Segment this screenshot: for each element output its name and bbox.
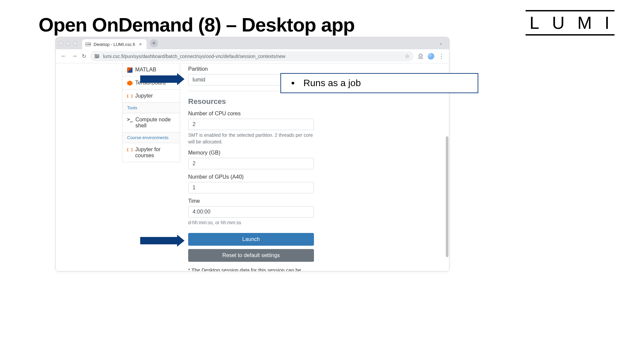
url-text: lumi.csc.fi/pun/sys/dashboard/batch_conn…	[103, 54, 285, 59]
matlab-icon	[127, 67, 132, 73]
partition-label: Partition	[188, 66, 314, 72]
sidebar-item-label: Compute node shell	[136, 117, 175, 129]
sidebar-item-label: MATLAB	[135, 67, 156, 73]
svg-point-3	[95, 54, 97, 56]
browser-window: LUMI Desktop - LUMI.csc.fi × + ⌄ ← → ↻ l…	[55, 37, 449, 272]
extensions-icon[interactable]	[418, 53, 424, 59]
callout-box: • Runs as a job	[280, 73, 478, 93]
new-tab-button[interactable]: +	[150, 39, 158, 47]
back-button[interactable]: ←	[60, 53, 67, 60]
launch-button[interactable]: Launch	[188, 233, 314, 246]
cpu-label: Number of CPU cores	[188, 111, 314, 117]
resources-heading: Resources	[188, 97, 314, 106]
slide-title: Open OnDemand (8) – Desktop app	[39, 13, 355, 36]
time-input[interactable]	[188, 206, 314, 218]
memory-input[interactable]	[188, 158, 314, 169]
favicon-icon: LUMI	[86, 42, 91, 46]
jupyter-icon	[127, 94, 132, 99]
arrow-annotation	[140, 73, 184, 85]
tab-overflow-icon[interactable]: ⌄	[437, 40, 444, 47]
sidebar-item-jupyter-courses[interactable]: Jupyter for courses	[122, 143, 180, 162]
forward-button[interactable]: →	[71, 53, 78, 60]
sidebar-item-shell[interactable]: >_ Compute node shell	[122, 113, 180, 132]
cpu-help: SMT is enabled for the selected partitio…	[188, 132, 314, 145]
site-settings-icon[interactable]	[94, 54, 100, 59]
terminal-icon: >_	[127, 117, 133, 122]
bookmark-icon[interactable]: ☆	[405, 53, 410, 59]
sidebar-item-label: Jupyter for courses	[135, 146, 175, 159]
svg-point-4	[97, 56, 99, 57]
logo-line-top	[526, 10, 614, 11]
browser-tab[interactable]: LUMI Desktop - LUMI.csc.fi ×	[82, 39, 147, 49]
more-icon[interactable]: ⋮	[438, 53, 444, 60]
minimize-window-icon[interactable]	[66, 41, 70, 46]
maximize-window-icon[interactable]	[73, 41, 77, 46]
sidebar-item-label: Jupyter	[135, 93, 153, 99]
footnote-text: * The Desktop session data for this sess…	[188, 267, 301, 272]
sidebar-item-jupyter[interactable]: Jupyter	[122, 89, 180, 103]
reload-button[interactable]: ↻	[82, 53, 86, 59]
tab-title: Desktop - LUMI.csc.fi	[94, 42, 135, 47]
svg-point-5	[96, 57, 97, 58]
jupyter-icon	[127, 147, 132, 153]
profile-avatar[interactable]	[428, 53, 434, 60]
lumi-logo: LUMI	[518, 10, 622, 36]
close-window-icon[interactable]	[59, 41, 63, 46]
cpu-input[interactable]	[188, 119, 314, 130]
logo-line-bottom	[526, 34, 614, 36]
page-content: MATLAB TensorBoard Jupyter Tools >_ Comp…	[56, 63, 449, 271]
address-bar: ← → ↻ lumi.csc.fi/pun/sys/dashboard/batc…	[56, 49, 449, 63]
gpu-input[interactable]	[188, 182, 314, 193]
bullet-icon: •	[291, 77, 295, 89]
callout-text: Runs as a job	[304, 78, 361, 88]
tensorboard-icon	[127, 80, 132, 86]
scrollbar[interactable]	[446, 136, 448, 257]
window-controls[interactable]	[59, 41, 77, 46]
session-form: Partition Resources Number of CPU cores …	[188, 63, 314, 272]
sidebar-section-tools: Tools	[122, 103, 180, 113]
url-field[interactable]: lumi.csc.fi/pun/sys/dashboard/batch_conn…	[90, 51, 414, 61]
logo-text: LUMI	[530, 14, 622, 32]
time-label: Time	[188, 198, 314, 204]
tab-bar: LUMI Desktop - LUMI.csc.fi × + ⌄	[56, 37, 449, 49]
gpu-label: Number of GPUs (A40)	[188, 174, 314, 180]
time-help: d-hh:mm:ss, or hh:mm:ss	[188, 220, 314, 226]
close-tab-icon[interactable]: ×	[138, 42, 143, 47]
memory-label: Memory (GB)	[188, 150, 314, 156]
footnote: * The Desktop session data for this sess…	[188, 266, 314, 272]
arrow-annotation	[140, 235, 184, 247]
sidebar-section-courses: Course environments	[122, 132, 180, 143]
reset-button[interactable]: Reset to default settings	[188, 249, 314, 262]
